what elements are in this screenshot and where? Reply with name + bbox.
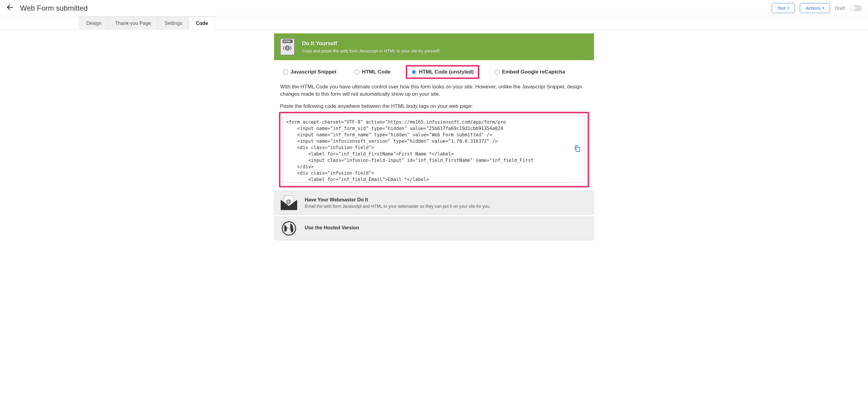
publish-toggle[interactable] [850, 5, 862, 11]
radio-input-html-unstyled[interactable] [411, 70, 416, 74]
header-left: Web Form submitted [6, 3, 88, 13]
copy-icon[interactable] [574, 145, 581, 154]
app-header: Web Form submitted Test ▾ Actions ▾ Draf… [0, 0, 868, 16]
svg-rect-6 [576, 147, 580, 152]
test-button[interactable]: Test ▾ [772, 3, 795, 13]
radio-label-recaptcha: Embed Google reCaptcha [502, 69, 565, 75]
format-description: With the HTML Code you have ultimate con… [274, 83, 594, 103]
radio-label-html-unstyled: HTML Code (unstyled) [419, 69, 473, 75]
radio-javascript-snippet[interactable]: Javascript Snippet [280, 67, 339, 77]
radio-input-recaptcha[interactable] [495, 70, 499, 74]
tab-design[interactable]: Design [80, 17, 108, 30]
radio-html-code[interactable]: HTML Code [351, 67, 394, 77]
radio-embed-recaptcha[interactable]: Embed Google reCaptcha [492, 67, 568, 77]
tab-thank-you-page[interactable]: Thank-you Page [108, 17, 158, 30]
paste-instruction: Paste the following code anywhere betwee… [274, 103, 594, 112]
banner-text: Do It Yourself Copy and paste the web fo… [302, 40, 440, 54]
html-file-icon: HTML ⟨⟩ [280, 38, 295, 55]
email-envelope-icon: @ [280, 194, 298, 211]
radio-input-html[interactable] [354, 70, 360, 74]
banner-subtitle: Copy and paste the web form Javascript o… [302, 48, 440, 54]
webmaster-section[interactable]: @ Have Your Webmaster Do It Email the we… [274, 191, 594, 215]
globe-brackets-icon: ⟨⟩ [283, 44, 292, 53]
webmaster-title: Have Your Webmaster Do It [305, 197, 491, 203]
status-label: Draft [835, 5, 845, 11]
webmaster-text: Have Your Webmaster Do It Email the web … [305, 197, 491, 209]
actions-button-label: Actions [806, 5, 820, 11]
globe-icon [280, 220, 298, 237]
tab-bar: Design Thank-you Page Settings Code [0, 16, 868, 30]
test-button-label: Test [777, 5, 786, 11]
banner-title: Do It Yourself [302, 40, 440, 47]
html-icon-label: HTML [283, 39, 292, 43]
chevron-down-icon: ▾ [823, 6, 824, 10]
webmaster-subtitle: Email the web form Javascript and HTML t… [305, 204, 491, 209]
svg-text:⟩: ⟩ [290, 45, 292, 51]
radio-input-js[interactable] [283, 70, 288, 74]
header-right: Test ▾ Actions ▾ Draft [772, 3, 862, 13]
tab-settings[interactable]: Settings [158, 17, 189, 30]
radio-label-js: Javascript Snippet [290, 69, 336, 75]
hosted-text: Use the Hosted Version [305, 225, 359, 232]
hosted-section[interactable]: Use the Hosted Version [274, 216, 594, 240]
code-snippet-textarea[interactable] [283, 116, 585, 182]
hosted-title: Use the Hosted Version [305, 225, 359, 231]
chevron-down-icon: ▾ [787, 6, 789, 10]
main-content: HTML ⟨⟩ Do It Yourself Copy and paste th… [274, 30, 594, 240]
diy-banner: HTML ⟨⟩ Do It Yourself Copy and paste th… [274, 33, 594, 60]
radio-label-html: HTML Code [362, 69, 391, 75]
code-snippet-container [279, 112, 589, 188]
back-arrow-icon[interactable] [6, 3, 14, 13]
code-format-radios: Javascript Snippet HTML Code HTML Code (… [274, 60, 594, 83]
page-title: Web Form submitted [20, 4, 88, 12]
tab-code[interactable]: Code [189, 17, 215, 30]
svg-text:⟨: ⟨ [283, 45, 285, 51]
actions-button[interactable]: Actions ▾ [800, 3, 830, 13]
radio-html-code-unstyled[interactable]: HTML Code (unstyled) [406, 65, 479, 79]
